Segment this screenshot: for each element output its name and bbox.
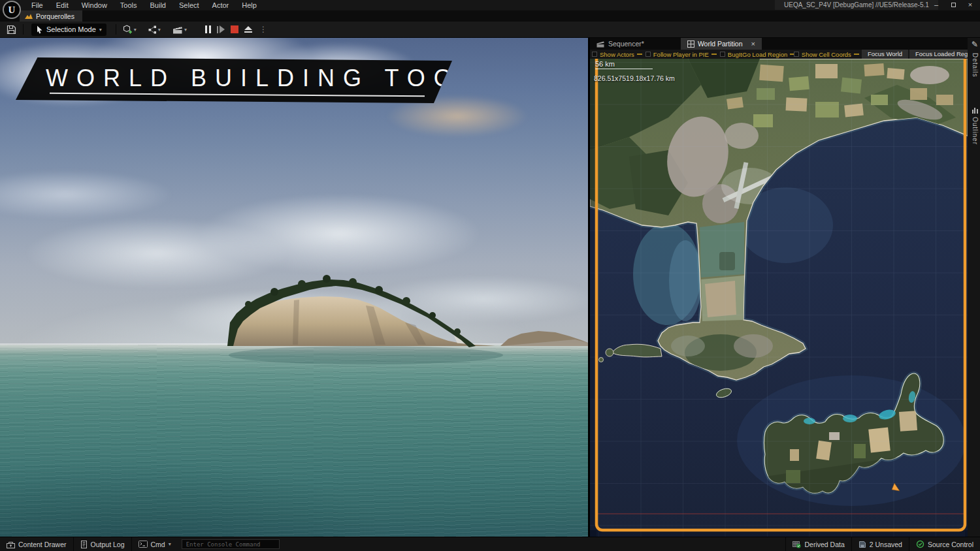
chevron-down-icon: ▾ [99, 27, 102, 33]
stop-button[interactable] [231, 25, 238, 33]
chevron-down-icon: ▾ [184, 27, 187, 33]
menu-window[interactable]: Window [75, 0, 114, 10]
banner: WORLD BUILDING TOOLS [16, 57, 452, 103]
add-cube-icon [123, 25, 133, 34]
menu-select[interactable]: Select [172, 0, 206, 10]
menu-tools[interactable]: Tools [114, 0, 144, 10]
close-tab-icon[interactable]: × [751, 40, 755, 48]
scale-bar [595, 69, 653, 69]
unreal-editor-window: U File Edit Window Tools Build Select Ac… [0, 0, 980, 551]
checkbox-icon[interactable] [645, 52, 651, 57]
selection-mode-dropdown[interactable]: Selection Mode ▾ [31, 24, 106, 36]
maximize-button[interactable] [945, 0, 962, 10]
island-cliff [0, 38, 588, 537]
world-partition-panel: Sequencer* World Partition × Show Actors… [588, 38, 980, 537]
eject-button[interactable] [244, 26, 252, 33]
sidebar-tab-outliner[interactable]: Outliner [972, 117, 979, 145]
content-drawer-button[interactable]: Content Drawer [0, 537, 74, 551]
status-bar: Content Drawer Output Log Cmd ▾ [0, 537, 980, 551]
right-sidebar: ✎ Details Outliner [968, 38, 980, 537]
pencil-icon: ✎ [972, 40, 978, 49]
cmd-dropdown[interactable]: Cmd ▾ [132, 537, 178, 551]
console-icon [139, 541, 148, 548]
unsaved-icon [858, 541, 866, 548]
menu-edit[interactable]: Edit [50, 0, 75, 10]
map-coordinates: 826.51x7519.18x17.76 km [594, 74, 675, 82]
derived-data-button[interactable]: Derived Data [785, 537, 851, 551]
cursor-icon [36, 25, 43, 34]
world-partition-map[interactable]: 56 km 826.51x7519.18x17.76 km [590, 59, 968, 537]
viewport-3d[interactable]: WORLD BUILDING TOOLS [0, 38, 588, 537]
step-frame-button[interactable] [217, 25, 225, 33]
derived-data-icon [792, 540, 801, 548]
focus-world-button[interactable]: Focus World [862, 50, 908, 59]
source-control-button[interactable]: Source Control [909, 537, 980, 551]
outliner-icon [972, 108, 978, 114]
play-options-kebab-icon[interactable]: ⋮ [259, 25, 267, 34]
checkbox-icon[interactable] [720, 52, 725, 57]
panel-tab-bar: Sequencer* World Partition × [590, 38, 968, 50]
tab-world-partition[interactable]: World Partition × [681, 38, 762, 50]
title-bar: U File Edit Window Tools Build Select Ac… [0, 0, 980, 10]
checkbox-icon[interactable] [592, 52, 597, 57]
cinematics-button[interactable]: ▾ [170, 23, 189, 36]
menu-actor[interactable]: Actor [206, 0, 236, 10]
console-command-input[interactable] [182, 539, 280, 549]
clapperboard-icon [172, 25, 183, 34]
menu-bar: File Edit Window Tools Build Select Acto… [25, 0, 263, 10]
level-icon [25, 13, 33, 20]
blueprints-button[interactable]: ▾ [146, 23, 163, 36]
save-icon [7, 25, 16, 35]
window-title: UEQA_SC_P4V [DebugGame] //UE5/Release-5.… [775, 0, 938, 10]
menu-help[interactable]: Help [235, 0, 263, 10]
checkbox-show-cell-coords[interactable]: Show Cell Coords [792, 50, 860, 59]
menu-file[interactable]: File [25, 0, 50, 10]
chevron-down-icon: ▾ [169, 541, 171, 547]
checkbox-show-actors[interactable]: Show Actors [590, 50, 644, 59]
unreal-logo-icon: U [3, 1, 21, 19]
content-drawer-icon [7, 541, 15, 548]
close-button[interactable]: × [962, 0, 979, 10]
unsaved-button[interactable]: 2 Unsaved [851, 537, 909, 551]
asset-tab-bar: Porquerolles [0, 10, 980, 22]
add-actor-button[interactable]: ▾ [120, 23, 139, 36]
minimize-button[interactable]: – [928, 0, 945, 10]
save-button[interactable] [4, 23, 19, 36]
output-log-button[interactable]: Output Log [74, 537, 132, 551]
tab-sequencer[interactable]: Sequencer* [590, 38, 651, 50]
main-toolbar: Selection Mode ▾ ▾ ▾ [0, 22, 980, 38]
world-partition-icon [687, 40, 694, 48]
sidebar-tab-details[interactable]: Details [972, 53, 979, 78]
source-control-check-icon [916, 540, 924, 548]
tab-porquerolles[interactable]: Porquerolles [20, 10, 82, 22]
chevron-down-icon: ▾ [158, 27, 161, 33]
pause-button[interactable] [205, 25, 211, 33]
checkbox-icon[interactable] [794, 52, 799, 57]
sequencer-icon [596, 40, 605, 48]
blueprint-nodes-icon [148, 25, 157, 34]
checkbox-bugitgo-load-region[interactable]: BugItGo Load Region [718, 50, 792, 59]
output-log-icon [80, 541, 88, 548]
menu-build[interactable]: Build [144, 0, 172, 10]
chevron-down-icon: ▾ [134, 27, 137, 33]
checkbox-follow-player[interactable]: Follow Player in PIE [644, 50, 718, 59]
world-partition-toolbar: Show Actors Follow Player in PIE BugItGo… [590, 50, 968, 59]
map-scale: 56 km [595, 60, 653, 69]
